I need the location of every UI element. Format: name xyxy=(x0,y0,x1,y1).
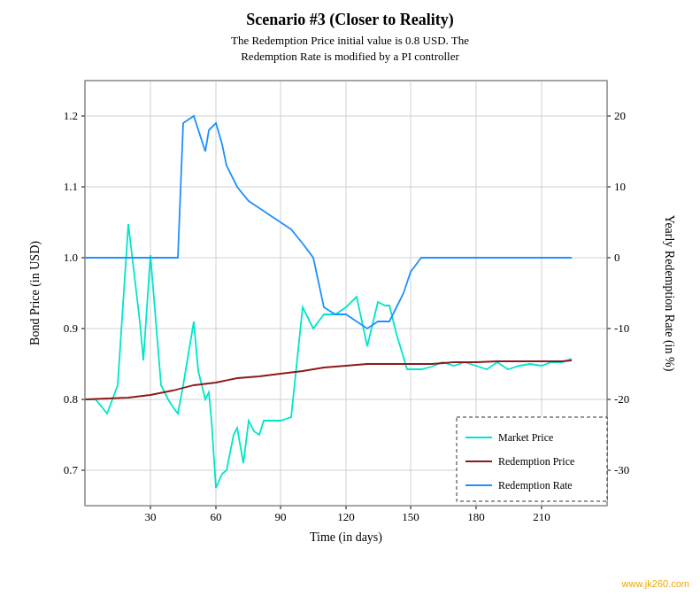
svg-text:1.2: 1.2 xyxy=(63,109,77,122)
chart-subtitle: The Redemption Price initial value is 0.… xyxy=(0,33,700,72)
y-left-label: Bond Price (in USD) xyxy=(28,241,42,345)
svg-text:30: 30 xyxy=(144,510,156,523)
y-right-label: Yearly Redemption Rate (in %) xyxy=(662,215,676,372)
svg-text:1.0: 1.0 xyxy=(63,251,77,264)
svg-text:0: 0 xyxy=(614,251,620,264)
main-chart: 1.2 1.1 1.0 0.9 0.8 0.7 20 10 0 xyxy=(23,72,678,550)
x-axis-label: Time (in days) xyxy=(310,530,382,545)
svg-text:180: 180 xyxy=(467,510,485,523)
chart-container: Scenario #3 (Closer to Reality) The Rede… xyxy=(0,0,700,596)
legend-market-price-label: Market Price xyxy=(498,431,553,444)
legend-redemption-price-label: Redemption Price xyxy=(498,455,574,468)
svg-text:1.1: 1.1 xyxy=(63,180,77,193)
chart-area: 1.2 1.1 1.0 0.9 0.8 0.7 20 10 0 xyxy=(23,72,678,550)
svg-text:0.9: 0.9 xyxy=(63,321,77,335)
legend-redemption-rate-label: Redemption Rate xyxy=(498,479,573,492)
svg-text:0.7: 0.7 xyxy=(63,463,78,476)
svg-text:10: 10 xyxy=(614,180,626,193)
chart-title: Scenario #3 (Closer to Reality) xyxy=(0,0,700,33)
svg-text:-30: -30 xyxy=(614,463,629,476)
svg-text:-10: -10 xyxy=(614,321,629,335)
svg-text:0.8: 0.8 xyxy=(63,392,77,406)
svg-text:20: 20 xyxy=(614,109,626,122)
svg-text:-20: -20 xyxy=(614,392,629,406)
svg-text:60: 60 xyxy=(210,510,221,523)
watermark: www.jk260.com xyxy=(622,578,689,589)
svg-text:150: 150 xyxy=(402,510,419,523)
svg-text:210: 210 xyxy=(533,510,550,523)
svg-text:90: 90 xyxy=(274,510,286,523)
svg-text:120: 120 xyxy=(337,510,355,523)
